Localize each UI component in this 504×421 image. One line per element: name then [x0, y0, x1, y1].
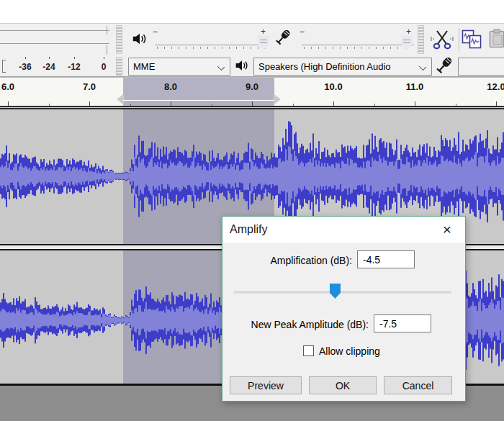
recording-device-mic-icon	[435, 55, 455, 80]
allow-clipping-label: Allow clipping	[319, 345, 380, 357]
window-top-margin	[0, 0, 504, 23]
chevron-down-icon	[217, 63, 225, 71]
meter-bar-top	[0, 30, 109, 31]
timeline-label: 9.0	[246, 81, 258, 92]
ok-button[interactable]: OK	[309, 376, 377, 394]
playback-device-speaker-icon	[235, 59, 249, 75]
playback-volume-slider-ticks	[157, 47, 266, 49]
amplification-slider-thumb[interactable]	[330, 284, 341, 299]
mixer-toolbar-grip[interactable]	[116, 25, 122, 54]
timeline-label: 8.0	[164, 81, 177, 92]
recording-volume-minus: −	[300, 28, 305, 35]
edit-toolbar-separator	[459, 28, 459, 51]
meter-right-tick	[107, 26, 107, 35]
new-peak-label: New Peak Amplitude (dB):	[222, 319, 369, 330]
meter-scale-label: -36	[19, 62, 31, 72]
meter-bar-bottom	[0, 43, 109, 44]
playback-volume-plus: +	[261, 28, 266, 35]
timeline-ruler[interactable]: 6.07.08.09.010.011.012.0	[0, 77, 504, 109]
selection-end-arrow-icon[interactable]	[274, 94, 281, 104]
cut-icon[interactable]	[430, 29, 454, 53]
allow-clipping-checkbox[interactable]	[303, 345, 314, 356]
meter-scale-tick	[104, 57, 104, 59]
meter-scale-tick	[25, 57, 26, 59]
amplification-input[interactable]	[357, 250, 415, 268]
recording-device-dropdown[interactable]	[458, 58, 504, 76]
meter-scale: -36-24-120	[0, 57, 112, 77]
recording-volume-slider-ticks	[304, 47, 412, 49]
recording-volume-slider[interactable]	[302, 45, 414, 45]
playback-device-value: Speakers (High Definition Audio	[258, 61, 391, 72]
playback-volume-speaker-icon	[132, 32, 148, 49]
meter-scale-tick	[49, 57, 50, 59]
timeline-label: 12.0	[487, 81, 504, 92]
meter-right-tick2	[107, 45, 107, 55]
playback-volume-minus: −	[153, 28, 158, 35]
meter-scale-label: -12	[68, 62, 80, 72]
dialog-title: Amplify	[230, 223, 267, 236]
preview-button[interactable]: Preview	[230, 376, 302, 394]
recording-volume-plus: +	[406, 28, 411, 35]
playback-volume-slider[interactable]	[155, 45, 269, 45]
dialog-titlebar[interactable]: Amplify	[222, 217, 465, 243]
meter-scale-bracket	[2, 60, 6, 73]
amplification-slider-track[interactable]	[234, 291, 451, 294]
copy-icon[interactable]	[462, 30, 483, 53]
playback-device-dropdown[interactable]: Speakers (High Definition Audio	[253, 58, 432, 76]
selection-start-arrow-icon[interactable]	[117, 94, 123, 104]
timeline-label: 10.0	[324, 81, 342, 92]
toolbar-area: -36-24-120 − + − + MME Speakers (High De…	[0, 23, 504, 77]
close-icon[interactable]: ×	[438, 220, 456, 239]
device-toolbar-grip[interactable]	[116, 57, 122, 76]
amplification-label: Amplification (dB):	[222, 255, 352, 266]
quickplay-line	[123, 99, 274, 100]
meter-scale-label: -24	[42, 62, 55, 72]
timeline-label: 11.0	[406, 81, 424, 92]
chevron-down-icon	[419, 63, 426, 71]
meter-scale-label: 0	[102, 62, 107, 72]
playback-meter[interactable]	[0, 26, 110, 55]
cancel-button[interactable]: Cancel	[384, 376, 452, 394]
timeline-label: 7.0	[83, 81, 96, 92]
edit-toolbar-grip[interactable]	[418, 25, 424, 54]
amplify-dialog: Amplify × Amplification (dB): New Peak A…	[222, 216, 466, 402]
new-peak-input[interactable]	[374, 314, 431, 332]
audio-host-dropdown[interactable]: MME	[128, 58, 230, 76]
paste-icon	[487, 29, 504, 53]
recording-volume-mic-icon	[274, 28, 293, 51]
timeline-label: 6.0	[1, 81, 14, 92]
meter-scale-tick	[74, 57, 75, 59]
audio-host-value: MME	[133, 61, 155, 72]
